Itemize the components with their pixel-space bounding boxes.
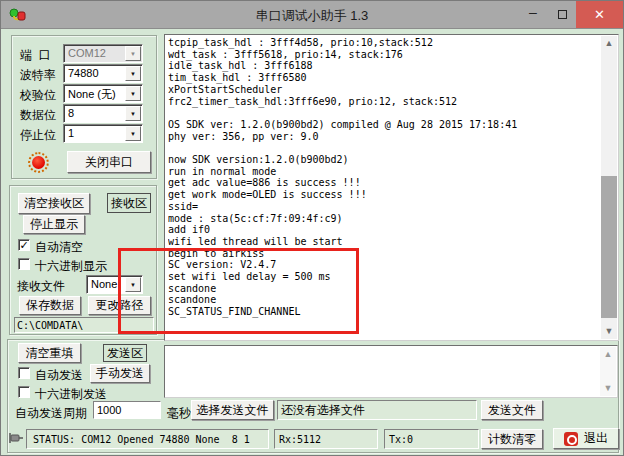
chevron-down-icon[interactable]: ▼	[125, 126, 141, 141]
maximize-icon	[558, 10, 567, 19]
titlebar: 串口调试小助手 1.3 – ✕	[1, 1, 623, 29]
maximize-button[interactable]	[549, 1, 575, 28]
baud-value: 74880	[68, 67, 99, 79]
parity-select[interactable]: None (无) ▼	[63, 84, 143, 103]
auto-clear-checkbox[interactable]	[18, 239, 30, 251]
pushpin-icon	[8, 431, 24, 447]
status-field: STATUS: COM12 Opened 74880 None 8 1	[26, 429, 269, 449]
chevron-down-icon[interactable]: ▼	[125, 86, 141, 101]
baud-select[interactable]: 74880 ▼	[63, 64, 143, 83]
port-select: COM12 ▼	[63, 44, 143, 63]
send-textarea[interactable]: ▲ ▼	[164, 345, 618, 398]
port-label: 端 口	[20, 47, 51, 64]
send-area-label: 发送区	[103, 344, 147, 362]
stopbits-value: 1	[68, 127, 74, 139]
stopbits-select[interactable]: 1 ▼	[63, 124, 143, 143]
rx-counter: Rx:5112	[274, 429, 378, 449]
auto-clear-label: 自动清空	[35, 239, 83, 256]
port-open-led-icon	[32, 156, 45, 169]
port-value: COM12	[68, 47, 106, 59]
hex-send-checkbox[interactable]	[18, 386, 30, 398]
auto-send-checkbox[interactable]	[18, 367, 30, 379]
scroll-down-icon[interactable]: ▼	[600, 381, 616, 396]
app-window: 串口调试小助手 1.3 – ✕ 端 口 COM12 ▼ 波特率 74880 ▼ …	[0, 0, 624, 456]
receive-file-select[interactable]: None ▼	[86, 275, 143, 294]
databits-select[interactable]: 8 ▼	[63, 104, 143, 123]
send-file-button[interactable]: 发送文件	[481, 400, 543, 420]
databits-value: 8	[68, 107, 74, 119]
close-port-button[interactable]: 关闭串口	[67, 151, 151, 173]
hex-display-checkbox[interactable]	[18, 258, 30, 270]
stopbits-label: 停止位	[20, 127, 56, 144]
baud-label: 波特率	[20, 67, 56, 84]
receive-file-label: 接收文件	[17, 278, 65, 295]
databits-label: 数据位	[20, 107, 56, 124]
reset-counters-button[interactable]: 计数清零	[481, 429, 543, 449]
stop-display-button[interactable]: 停止显示	[23, 215, 85, 234]
save-path-field: C:\COMDATA\	[14, 317, 154, 333]
clear-receive-button[interactable]: 清空接收区	[18, 193, 90, 214]
chevron-down-icon[interactable]: ▼	[125, 66, 141, 81]
terminal-text: tcpip_task_hdl : 3fff4d58, prio:10,stack…	[168, 37, 599, 338]
scrollbar-thumb[interactable]	[601, 176, 617, 318]
receive-terminal[interactable]: tcpip_task_hdl : 3fff4d58, prio:10,stack…	[164, 34, 619, 341]
parity-value: None (无)	[68, 87, 116, 102]
receive-area-label: 接收区	[107, 193, 151, 213]
minimize-button[interactable]: –	[520, 1, 546, 28]
exit-button[interactable]: 退出	[553, 428, 619, 449]
clear-send-button[interactable]: 清空重填	[18, 343, 81, 363]
close-button[interactable]: ✕	[576, 1, 623, 28]
exit-button-label: 退出	[584, 430, 608, 447]
manual-send-button[interactable]: 手动发送	[90, 364, 150, 383]
terminal-scrollbar[interactable]: ▲ ▼	[601, 36, 617, 339]
receive-file-value: None	[91, 278, 117, 290]
power-icon	[564, 432, 578, 446]
select-send-file-button[interactable]: 选择发送文件	[191, 400, 274, 420]
chevron-down-icon: ▼	[125, 46, 141, 61]
send-period-unit: 毫秒	[167, 405, 191, 422]
scroll-down-icon[interactable]: ▼	[601, 324, 617, 339]
send-period-input[interactable]: 1000	[93, 401, 161, 419]
chevron-down-icon[interactable]: ▼	[125, 277, 141, 292]
send-file-status: 还没有选择文件	[277, 400, 477, 420]
hex-display-label: 十六进制显示	[35, 258, 107, 275]
tx-counter: Tx:0	[384, 429, 479, 449]
send-scrollbar[interactable]: ▲ ▼	[600, 347, 616, 396]
auto-send-label: 自动发送	[35, 367, 83, 384]
change-path-button[interactable]: 更改路径	[88, 296, 151, 315]
chevron-down-icon[interactable]: ▼	[125, 106, 141, 121]
scroll-up-icon[interactable]: ▲	[600, 347, 616, 362]
save-data-button[interactable]: 保存数据	[19, 296, 81, 315]
scroll-up-icon[interactable]: ▲	[601, 36, 617, 51]
send-period-label: 自动发送周期	[15, 405, 87, 422]
parity-label: 校验位	[20, 87, 56, 104]
